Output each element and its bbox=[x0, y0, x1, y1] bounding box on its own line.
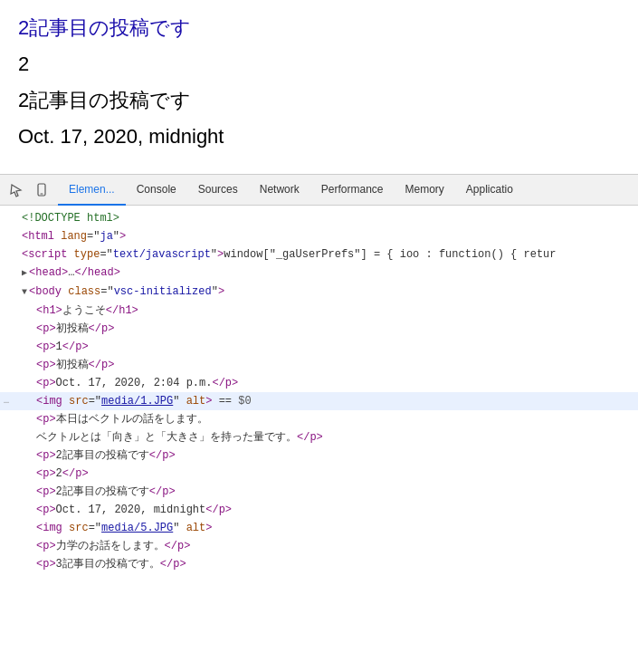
code-line-p-hatsukou[interactable]: <p>初投稿</p> bbox=[0, 320, 638, 338]
code-line-head[interactable]: ▶<head>…</head> bbox=[0, 264, 638, 283]
code-line-p-2[interactable]: <p>2</p> bbox=[0, 465, 638, 483]
tab-console[interactable]: Console bbox=[126, 175, 187, 206]
code-line-p-article2[interactable]: <p>2記事目の投稿です</p> bbox=[0, 446, 638, 465]
code-line-p-vector1[interactable]: <p>本日はベクトルの話をします。 bbox=[0, 410, 638, 428]
tab-sources[interactable]: Sources bbox=[187, 175, 249, 206]
article-date: Oct. 17, 2020, midnight bbox=[18, 125, 620, 149]
tab-performance[interactable]: Performance bbox=[310, 175, 395, 206]
devtools-icon-group bbox=[4, 178, 54, 203]
tab-network[interactable]: Network bbox=[249, 175, 310, 206]
code-line-p-article3[interactable]: <p>3記事目の投稿です。</p> bbox=[0, 555, 638, 573]
device-toolbar-icon[interactable] bbox=[29, 178, 54, 203]
code-line-p-hatsukou2[interactable]: <p>初投稿</p> bbox=[0, 356, 638, 374]
tab-application[interactable]: Applicatio bbox=[455, 175, 524, 206]
devtools-elements-panel: <!DOCTYPE html> <html lang="ja"> <script… bbox=[0, 206, 638, 577]
code-line-p-article2b[interactable]: <p>2記事目の投稿です</p> bbox=[0, 483, 638, 501]
article-title-1: 2記事目の投稿です bbox=[18, 14, 620, 42]
code-line-html[interactable]: <html lang="ja"> bbox=[0, 227, 638, 245]
devtools-tabs: Elemen... Console Sources Network Perfor… bbox=[58, 175, 524, 206]
tab-elements[interactable]: Elemen... bbox=[58, 175, 126, 206]
code-line-script[interactable]: <script type="text/javascript">window["_… bbox=[0, 245, 638, 264]
code-line-p-1[interactable]: <p>1</p> bbox=[0, 338, 638, 356]
inspect-element-icon[interactable] bbox=[4, 178, 29, 203]
code-line-img1[interactable]: … <img src="media/1.JPG" alt> == $0 bbox=[0, 392, 638, 410]
article-num: 2 bbox=[18, 53, 620, 76]
devtools-panel: Elemen... Console Sources Network Perfor… bbox=[0, 174, 638, 577]
devtools-toolbar: Elemen... Console Sources Network Perfor… bbox=[0, 175, 638, 206]
article-title-2: 2記事目の投稿です bbox=[18, 87, 620, 114]
code-line-p-date-midnight[interactable]: <p>Oct. 17, 2020, midnight</p> bbox=[0, 501, 638, 519]
tab-memory[interactable]: Memory bbox=[394, 175, 454, 206]
code-line-h1[interactable]: <h1>ようこそ</h1> bbox=[0, 302, 638, 320]
code-line-img5[interactable]: <img src="media/5.JPG" alt> bbox=[0, 519, 638, 537]
page-content: 2記事目の投稿です 2 2記事目の投稿です Oct. 17, 2020, mid… bbox=[0, 0, 638, 174]
code-line-body[interactable]: ▼<body class="vsc-initialized"> bbox=[0, 283, 638, 302]
code-line-p-rikigaku[interactable]: <p>力学のお話をします。</p> bbox=[0, 537, 638, 555]
code-line-p-vector2[interactable]: ベクトルとは「向き」と「大きさ」を持った量です。</p> bbox=[0, 428, 638, 446]
code-line-doctype[interactable]: <!DOCTYPE html> bbox=[0, 209, 638, 227]
code-line-p-date1[interactable]: <p>Oct. 17, 2020, 2:04 p.m.</p> bbox=[0, 374, 638, 392]
collapse-triangle-head: ▶ bbox=[22, 265, 27, 282]
triple-dots: … bbox=[4, 393, 9, 409]
svg-rect-1 bbox=[41, 193, 43, 194]
expand-triangle-body: ▼ bbox=[22, 284, 27, 301]
